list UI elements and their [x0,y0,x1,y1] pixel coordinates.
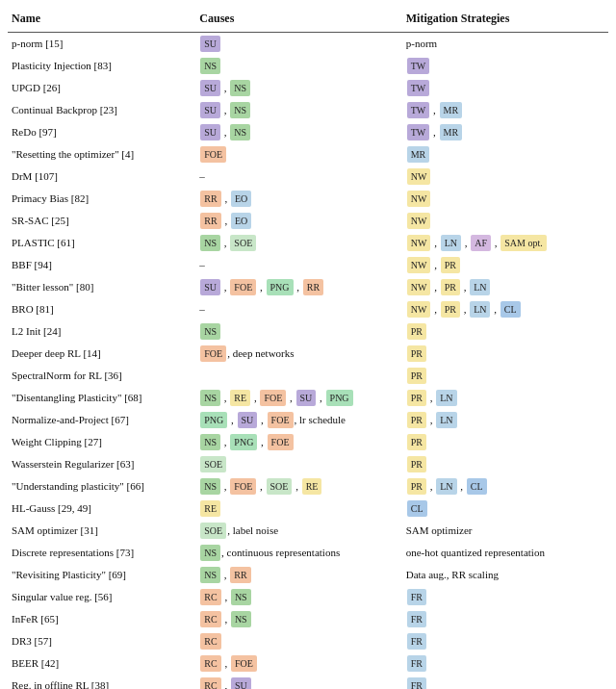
cause-tag: PNG [267,279,294,295]
mitigation-tag: NW [407,235,431,251]
row-name: Normalize-and-Project [67] [8,409,195,431]
row-mitigation: MR [402,143,608,166]
cause-tag: SU [200,80,220,96]
mitigation-tag: CL [467,478,487,495]
cause-tag: RR [200,213,220,229]
cause-tag: SU [200,36,220,52]
row-name: Deeper deep RL [14] [8,343,195,365]
table-row: UPGD [26]SU , NSTW [8,77,608,99]
mitigation-tag: LN [470,279,490,295]
row-name: SpectralNorm for RL [36] [8,365,195,387]
row-causes: – [195,254,401,276]
cause-tag: SOE [200,456,226,472]
cause-tag: FOE [200,146,226,163]
cause-tag: RR [200,191,220,207]
row-mitigation: NW , PR , LN , CL [402,298,608,320]
cause-tag: FOE [268,434,294,450]
cause-tag: EO [231,213,251,229]
row-mitigation: PR [402,343,608,365]
row-causes: FOE [195,143,401,166]
cause-tag: NS [231,611,251,627]
cause-tag: RC [200,633,220,650]
cause-tag: NS [200,235,220,251]
cause-tag: RE [302,478,322,495]
cause-tag: RR [230,567,250,583]
row-causes: FOE, deep networks [195,343,401,365]
row-mitigation: Data aug., RR scaling [402,564,608,586]
row-name: ReDo [97] [8,121,195,143]
mitigation-tag: MR [440,102,463,118]
row-causes: RC , NS [195,608,401,630]
table-row: Singular value reg. [56]RC , NSFR [8,586,608,608]
table-row: "Understanding plasticity" [66]NS , FOE … [8,475,608,498]
row-name: "Resetting the optimizer" [4] [8,143,195,166]
row-causes: – [195,166,401,188]
cause-tag: NS [200,545,220,561]
cause-tag: RE [200,500,220,517]
table-row: DrM [107]–NW [8,166,608,188]
cause-tag: NS [230,80,250,96]
cause-tag: FOE [230,279,256,295]
table-row: Continual Backprop [23]SU , NSTW , MR [8,99,608,121]
mitigation-tag: MR [407,146,430,163]
mitigation-tag: TW [407,58,430,74]
row-mitigation: PR [402,431,608,453]
row-mitigation: NW , PR , LN [402,276,608,298]
row-causes: RR , EO [195,188,401,210]
mitigation-tag: LN [436,478,456,495]
header-name: Name [8,8,195,33]
table-row: Discrete representations [73]NS, continu… [8,542,608,564]
mitigation-tag: TW [407,124,430,140]
row-name: "Bitter lesson" [80] [8,276,195,298]
row-mitigation: FR [402,652,608,675]
table-row: HL-Gauss [29, 49]RECL [8,498,608,520]
row-mitigation: FR [402,586,608,608]
cause-tag: SOE [200,523,226,539]
row-name: BBF [94] [8,254,195,276]
table-row: Weight Clipping [27]NS , PNG , FOEPR [8,431,608,453]
row-causes: RC , SU [195,675,401,689]
mitigation-tag: NW [407,301,431,318]
row-causes: NS , SOE [195,232,401,254]
row-causes: NS [195,320,401,343]
row-causes: RR , EO [195,210,401,232]
table-row: "Resetting the optimizer" [4]FOEMR [8,143,608,166]
table-row: BRO [81]–NW , PR , LN , CL [8,298,608,320]
table-row: Normalize-and-Project [67]PNG , SU , FOE… [8,409,608,431]
row-mitigation: FR [402,608,608,630]
row-mitigation: NW [402,166,608,188]
row-causes: SOE, label noise [195,520,401,542]
row-name: SAM optimizer [31] [8,520,195,542]
table-row: SpectralNorm for RL [36]PR [8,365,608,387]
row-causes: SU [195,33,401,56]
row-causes: NS, continuous representations [195,542,401,564]
table-row: "Bitter lesson" [80]SU , FOE , PNG , RRN… [8,276,608,298]
row-mitigation: CL [402,498,608,520]
row-causes: RE [195,498,401,520]
row-name: Wasserstein Regularizer [63] [8,453,195,475]
row-causes: RC [195,630,401,652]
table-row: ReDo [97]SU , NSTW , MR [8,121,608,143]
cause-tag: NS [200,478,220,495]
table-row: p-norm [15]SUp-norm [8,33,608,56]
cause-tag: NS [231,589,251,605]
row-causes: NS , PNG , FOE [195,431,401,453]
row-mitigation: PR , LN [402,387,608,409]
mitigation-tag: LN [436,390,456,406]
mitigation-tag: NW [407,191,431,207]
table-row: SR-SAC [25]RR , EONW [8,210,608,232]
row-mitigation: TW , MR [402,121,608,143]
row-mitigation: NW [402,188,608,210]
table-row: Primacy Bias [82]RR , EONW [8,188,608,210]
row-causes: RC , FOE [195,652,401,675]
table-row: InFeR [65]RC , NSFR [8,608,608,630]
cause-tag: NS [200,567,220,583]
mitigation-tag: CL [500,301,521,318]
cause-tag: SU [200,124,220,140]
table-row: PLASTIC [61]NS , SOENW , LN , AF , SAM o… [8,232,608,254]
row-mitigation: FR [402,630,608,652]
row-mitigation: FR [402,675,608,689]
row-causes: NS [195,55,401,77]
mitigation-tag: PR [441,301,460,318]
row-causes: NS , RE , FOE , SU , PNG [195,387,401,409]
